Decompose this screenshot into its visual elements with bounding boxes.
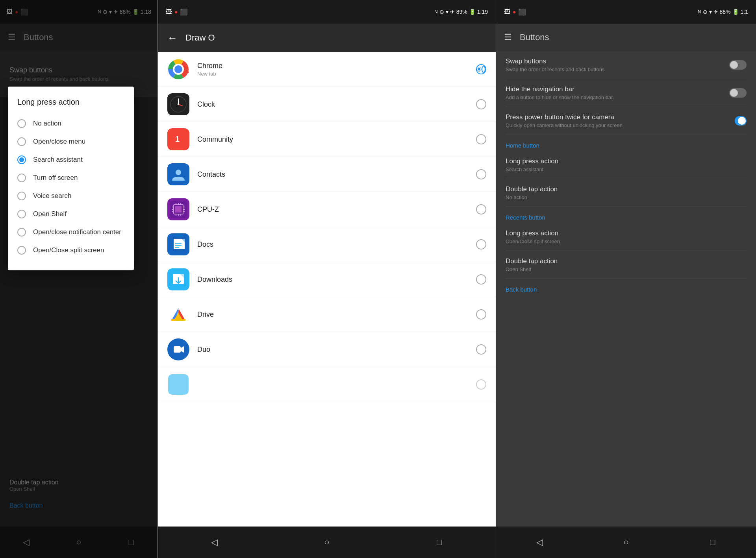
option-no-action[interactable]: No action <box>17 115 124 133</box>
right-recents-btn[interactable]: □ <box>703 532 723 552</box>
cpuz-name-block: CPU-Z <box>197 205 468 214</box>
partial-icon-wrapper <box>167 373 189 395</box>
app-item-cpuz[interactable]: CPU-Z <box>158 192 496 227</box>
chrome-radio[interactable] <box>476 64 486 74</box>
app-item-community[interactable]: 1 Community <box>158 122 496 157</box>
docs-radio[interactable] <box>476 239 486 249</box>
home-long-press-text: Long press action Search assistant <box>506 157 747 172</box>
app-item-clock[interactable]: Clock <box>158 87 496 122</box>
right-hamburger-icon[interactable]: ☰ <box>504 32 512 42</box>
center-nav-bar: ◁ ○ □ <box>158 527 496 558</box>
docs-name-block: Docs <box>197 240 468 249</box>
right-notif-icon: 🖼 <box>504 8 510 15</box>
app-item-docs[interactable]: Docs <box>158 227 496 262</box>
option-notification-center[interactable]: Open/close notification center <box>17 223 124 241</box>
clock-icon-svg <box>170 96 187 113</box>
center-recents-btn[interactable]: □ <box>430 532 449 552</box>
app-item-contacts[interactable]: Contacts <box>158 157 496 192</box>
duo-app-name: Duo <box>197 346 468 354</box>
option-search-assistant[interactable]: Search assistant <box>17 151 124 169</box>
label-open-close-menu: Open/close menu <box>33 138 85 146</box>
center-back-btn[interactable]: ◁ <box>204 532 224 552</box>
downloads-icon-wrapper <box>167 268 189 290</box>
right-hide-nav-text: Hide the navigation bar Add a button to … <box>506 85 729 100</box>
contacts-name-block: Contacts <box>197 170 468 179</box>
right-swap-buttons-row[interactable]: Swap buttons Swap the order of recents a… <box>506 51 747 79</box>
hide-nav-toggle[interactable] <box>729 88 747 98</box>
right-home-btn[interactable]: ○ <box>616 532 636 552</box>
home-long-press-sub: Search assistant <box>506 166 747 172</box>
svg-text:1: 1 <box>175 135 180 143</box>
downloads-icon-svg <box>170 271 187 288</box>
cpuz-radio[interactable] <box>476 204 486 214</box>
clock-radio[interactable] <box>476 99 486 109</box>
right-status-bar: 🖼 ● ⬛ N ⊖ ▾ ✈ 88% 🔋 1:1 <box>496 0 756 24</box>
partial-radio[interactable] <box>476 379 486 390</box>
right-nav-bar: ◁ ○ □ <box>496 527 756 558</box>
long-press-dialog: Long press action No action Open/close m… <box>8 87 134 270</box>
home-double-tap-title: Double tap action <box>506 185 747 193</box>
contacts-radio[interactable] <box>476 169 486 179</box>
swap-buttons-toggle[interactable] <box>729 60 747 70</box>
contacts-icon <box>167 163 189 185</box>
right-swap-buttons-sub: Swap the order of recents and back butto… <box>506 67 729 72</box>
power-camera-toggle[interactable] <box>735 116 747 126</box>
option-open-close-menu[interactable]: Open/close menu <box>17 133 124 151</box>
docs-icon <box>167 233 189 255</box>
label-split-screen: Open/Close split screen <box>33 246 104 254</box>
right-hide-nav-row[interactable]: Hide the navigation bar Add a button to … <box>506 79 747 107</box>
chrome-name-block: Chrome New tab <box>197 62 468 77</box>
cpuz-app-name: CPU-Z <box>197 205 468 214</box>
right-nfc-icon: N <box>698 9 701 15</box>
clock-icon <box>167 93 189 115</box>
center-back-arrow[interactable]: ← <box>167 32 178 44</box>
contacts-icon-svg <box>170 166 187 183</box>
app-item-chrome[interactable]: Chrome New tab <box>158 52 496 87</box>
duo-radio[interactable] <box>476 344 486 355</box>
duo-icon <box>167 338 189 360</box>
center-home-btn[interactable]: ○ <box>317 532 337 552</box>
home-double-tap-row[interactable]: Double tap action No action <box>506 179 747 207</box>
app-list: Chrome New tab <box>158 52 496 527</box>
downloads-radio[interactable] <box>476 274 486 285</box>
right-status-icons: 🖼 ● ⬛ <box>504 8 526 16</box>
center-app-icon: ● <box>174 9 178 15</box>
right-power-camera-text: Press power button twice for camera Quic… <box>506 113 735 128</box>
clock-name-block: Clock <box>197 100 468 109</box>
recents-long-press-row[interactable]: Long press action Open/Close split scree… <box>506 223 747 251</box>
docs-icon-svg <box>170 236 187 253</box>
option-voice-search[interactable]: Voice search <box>17 187 124 205</box>
home-double-tap-sub: No action <box>506 194 747 200</box>
contacts-icon-wrapper <box>167 163 189 185</box>
drive-radio[interactable] <box>476 309 486 320</box>
right-back-btn[interactable]: ◁ <box>530 532 549 552</box>
svg-rect-19 <box>175 206 182 212</box>
right-airplane-icon: ✈ <box>713 9 718 15</box>
community-name-block: Community <box>197 135 468 144</box>
app-item-duo[interactable]: Duo <box>158 332 496 367</box>
app-item-drive[interactable]: Drive <box>158 297 496 332</box>
back-button-section-label: Back button <box>506 279 747 295</box>
center-status-icons: 🖼 ● ⬛ <box>166 8 188 16</box>
dialog-title: Long press action <box>17 98 124 107</box>
downloads-icon <box>167 268 189 290</box>
recents-double-tap-row[interactable]: Double tap action Open Shelf <box>506 251 747 279</box>
center-battery-icon: 🔋 <box>469 9 476 15</box>
svg-rect-52 <box>171 319 185 321</box>
right-swap-buttons-text: Swap buttons Swap the order of recents a… <box>506 57 729 72</box>
dialog-overlay: Long press action No action Open/close m… <box>0 0 158 558</box>
right-battery-icon: 🔋 <box>732 9 739 15</box>
option-split-screen[interactable]: Open/Close split screen <box>17 241 124 259</box>
svg-point-4 <box>174 65 182 73</box>
app-item-partial[interactable] <box>158 367 496 402</box>
app-item-downloads[interactable]: Downloads <box>158 262 496 297</box>
docs-app-name: Docs <box>197 240 468 249</box>
community-radio[interactable] <box>476 134 486 144</box>
drive-icon <box>167 303 189 325</box>
right-power-camera-row[interactable]: Press power button twice for camera Quic… <box>506 107 747 135</box>
right-swap-buttons-title: Swap buttons <box>506 57 729 65</box>
option-open-shelf[interactable]: Open Shelf <box>17 205 124 223</box>
center-minus-icon: ⊖ <box>439 9 444 15</box>
option-turn-off-screen[interactable]: Turn off screen <box>17 169 124 187</box>
home-long-press-row[interactable]: Long press action Search assistant <box>506 151 747 179</box>
